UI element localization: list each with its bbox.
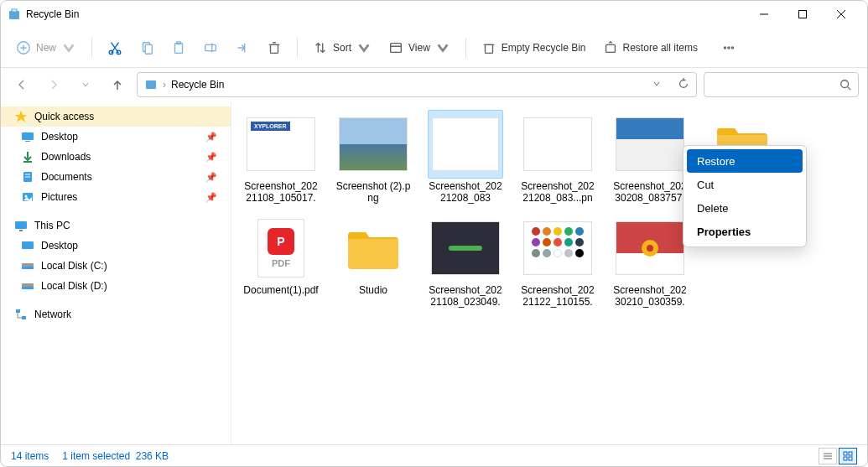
cut-button[interactable] [101, 34, 129, 62]
file-item[interactable]: Studio [335, 214, 411, 308]
thumbnail [523, 117, 592, 171]
icons-view-button[interactable] [839, 448, 857, 464]
svg-rect-13 [175, 43, 183, 53]
thumbnail [616, 221, 684, 275]
sidebar-item-label: Desktop [41, 240, 78, 252]
sidebar-desktop[interactable]: Desktop📌 [1, 127, 231, 147]
file-item[interactable]: Screenshot_20230208_083757.png [612, 110, 688, 204]
details-view-button[interactable] [819, 448, 837, 464]
sidebar-documents[interactable]: Documents📌 [1, 167, 231, 187]
delete-button[interactable] [260, 34, 288, 62]
svg-rect-52 [22, 316, 26, 319]
thumbnail [431, 221, 500, 275]
file-label: Screenshot_20230208_083757.png [612, 180, 688, 204]
svg-point-28 [728, 46, 730, 48]
desktop-icon [21, 239, 34, 252]
sidebar-item-label: Pictures [41, 191, 77, 203]
sidebar-downloads[interactable]: Downloads📌 [1, 147, 231, 167]
context-restore[interactable]: Restore [687, 149, 803, 173]
up-button[interactable] [105, 72, 130, 97]
sidebar-local-d[interactable]: Local Disk (D:) [1, 276, 231, 296]
recent-button[interactable] [73, 72, 98, 97]
sidebar-network[interactable]: Network [1, 304, 231, 324]
sidebar-quick-access[interactable]: Quick access [1, 106, 231, 127]
svg-rect-48 [22, 267, 34, 269]
file-label: Screenshot_20221122_110155.png [520, 284, 595, 308]
address-bar[interactable]: › Recycle Bin [137, 72, 697, 97]
rename-button[interactable] [196, 34, 225, 62]
file-item[interactable]: Screenshot_20221108_023049.png [428, 214, 503, 308]
context-delete[interactable]: Delete [687, 196, 803, 220]
close-button[interactable] [822, 1, 860, 28]
address-dropdown[interactable] [652, 79, 661, 91]
new-button[interactable]: New [9, 34, 83, 62]
file-grid[interactable]: Screenshot_20221108_105017.png Screensho… [231, 101, 867, 444]
share-button[interactable] [228, 34, 257, 62]
sort-label: Sort [333, 42, 351, 54]
sidebar-this-pc[interactable]: This PC [1, 215, 231, 236]
thumbnail [523, 221, 592, 275]
file-item[interactable]: Screenshot_20221122_110155.png [520, 214, 595, 308]
folder-icon [344, 224, 403, 272]
refresh-button[interactable] [678, 78, 689, 92]
restore-all-label: Restore all items [623, 42, 698, 54]
sidebar-item-label: Quick access [34, 111, 94, 122]
file-item[interactable]: Screenshot_20221208_083...png [520, 110, 595, 204]
copy-button[interactable] [133, 34, 161, 62]
recycle-bin-icon [8, 8, 21, 21]
context-properties[interactable]: Properties [687, 220, 803, 243]
file-label: Screenshot_20230210_030359.png [612, 284, 688, 308]
thumbnail [432, 117, 499, 171]
new-label: New [36, 42, 56, 54]
file-item[interactable]: Screenshot (2).png [335, 110, 411, 204]
file-label: Screenshot_20221208_083...png [520, 180, 595, 204]
pin-icon: 📌 [205, 152, 217, 163]
breadcrumb-sep: › [163, 79, 166, 91]
status-bar: 14 items 1 item selected 236 KB [1, 444, 867, 466]
context-cut[interactable]: Cut [687, 173, 803, 196]
more-button[interactable] [715, 34, 743, 62]
file-item[interactable]: Screenshot_20221108_105017.png [243, 110, 319, 204]
sidebar-item-label: Desktop [41, 131, 78, 143]
address-row: › Recycle Bin [1, 68, 867, 101]
status-size: 236 KB [136, 450, 169, 462]
minimize-button[interactable] [745, 1, 783, 28]
file-item-selected[interactable]: Screenshot_20221208_083 [428, 110, 503, 204]
pdf-icon: PPDF [257, 219, 304, 278]
download-icon [21, 150, 34, 163]
forward-button[interactable] [41, 72, 66, 97]
svg-rect-35 [22, 132, 34, 140]
star-icon [14, 110, 28, 123]
search-input[interactable] [711, 79, 839, 91]
svg-rect-44 [15, 221, 27, 229]
sidebar-pictures[interactable]: Pictures📌 [1, 187, 231, 207]
svg-rect-31 [146, 80, 156, 89]
svg-rect-24 [485, 44, 492, 53]
empty-recycle-bin-button[interactable]: Empty Recycle Bin [475, 34, 593, 62]
sidebar-item-label: Downloads [41, 151, 91, 163]
pin-icon: 📌 [205, 132, 217, 143]
search-box[interactable] [704, 72, 859, 97]
sort-button[interactable]: Sort [306, 34, 378, 62]
back-button[interactable] [9, 72, 34, 97]
file-item[interactable]: PPDF Document(1).pdf [243, 214, 319, 308]
maximize-button[interactable] [783, 1, 822, 28]
svg-marker-34 [15, 111, 27, 122]
view-label: View [408, 42, 430, 54]
status-selection: 1 item selected [62, 450, 130, 462]
paste-button[interactable] [164, 34, 193, 62]
svg-rect-45 [19, 230, 23, 231]
svg-rect-15 [205, 44, 216, 50]
restore-all-button[interactable]: Restore all items [596, 34, 704, 62]
svg-rect-62 [844, 457, 847, 460]
svg-rect-17 [271, 44, 278, 53]
sidebar-local-c[interactable]: Local Disk (C:) [1, 256, 231, 276]
breadcrumb[interactable]: Recycle Bin [171, 79, 224, 91]
view-button[interactable]: View [382, 34, 457, 62]
disk-icon [21, 259, 34, 272]
svg-line-33 [848, 87, 851, 91]
recycle-bin-icon [144, 77, 158, 93]
sidebar-desktop-pc[interactable]: Desktop [1, 236, 231, 256]
file-item[interactable]: Screenshot_20230210_030359.png [612, 214, 688, 308]
sidebar-item-label: Network [34, 309, 71, 320]
